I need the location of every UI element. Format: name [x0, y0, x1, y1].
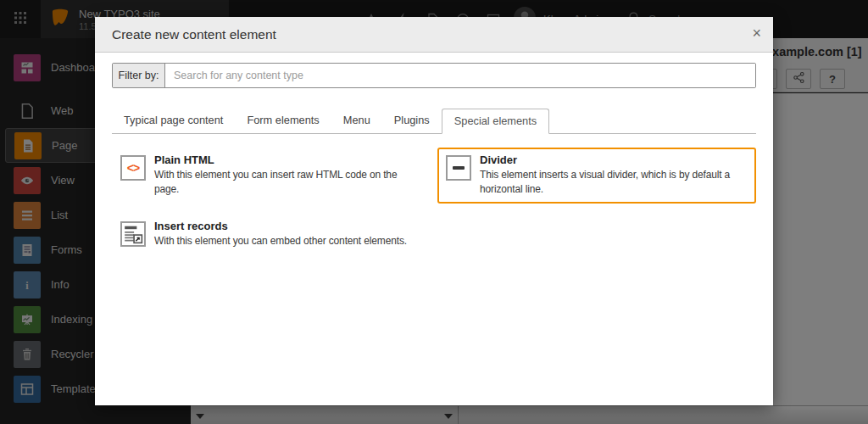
- filter-group: Filter by:: [112, 63, 756, 88]
- card-plain-html[interactable]: <> Plain HTML With this element you can …: [112, 148, 431, 204]
- card-insert-records[interactable]: Insert records With this element you can…: [112, 214, 431, 254]
- modal-header: Create new content element ×: [95, 17, 773, 53]
- modal-body: Filter by: Typical page content Form ele…: [95, 53, 773, 254]
- typo3-backend-screen: New TYPO3 site 11.5.2 ?: [0, 0, 868, 424]
- card-description: With this element you can embed other co…: [154, 234, 407, 248]
- code-icon: <>: [120, 155, 146, 181]
- content-type-search-input[interactable]: [165, 64, 755, 87]
- content-element-list: <> Plain HTML With this element you can …: [112, 148, 756, 254]
- tab-form-elements[interactable]: Form elements: [235, 109, 331, 134]
- new-content-element-modal: Create new content element × Filter by: …: [95, 17, 773, 405]
- card-title: Plain HTML: [154, 153, 422, 166]
- close-icon[interactable]: ×: [752, 25, 761, 41]
- filter-by-label: Filter by:: [113, 64, 165, 87]
- insert-records-icon: [120, 221, 146, 247]
- divider-dash-icon: [446, 155, 471, 181]
- tab-special-elements[interactable]: Special elements: [442, 109, 549, 134]
- tab-menu[interactable]: Menu: [331, 109, 382, 134]
- tab-typical-page-content[interactable]: Typical page content: [112, 109, 235, 134]
- content-element-tabs: Typical page content Form elements Menu …: [112, 109, 756, 134]
- card-divider[interactable]: Divider This element inserts a visual di…: [437, 148, 756, 204]
- modal-title: Create new content element: [112, 27, 276, 42]
- card-description: This element inserts a visual divider, w…: [480, 168, 748, 198]
- card-description: With this element you can insert raw HTM…: [154, 168, 422, 198]
- card-title: Divider: [480, 153, 748, 166]
- tab-plugins[interactable]: Plugins: [382, 109, 442, 134]
- card-title: Insert records: [154, 220, 407, 232]
